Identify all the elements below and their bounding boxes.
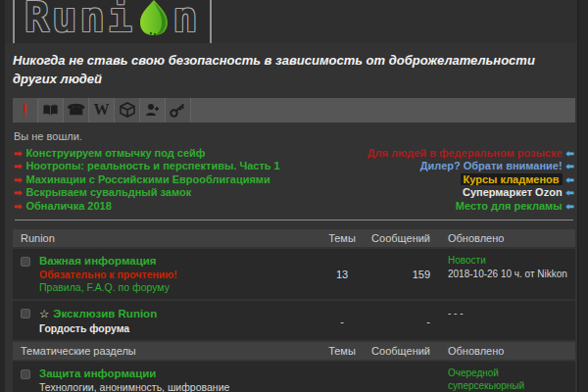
add-user-icon[interactable] — [140, 98, 166, 122]
forum-board: Runion Темы Сообщений Обновлено Важная и… — [13, 229, 575, 392]
right-arrow-icon: ➡ — [14, 201, 22, 212]
key-icon[interactable] — [166, 98, 191, 122]
announcement-links: ➡Конструируем отмычку под сейф ➡Ноотропы… — [14, 147, 574, 214]
forum-link-label: Эксклюзив Runion — [53, 308, 157, 319]
left-arrow-icon: ⬅ — [566, 148, 574, 159]
ad-links-column: Для людей в федеральном розыске⬅ Дилер? … — [368, 147, 574, 214]
toolbar-spacer — [191, 98, 575, 122]
list-item: Место для рекламы⬅ — [368, 200, 574, 214]
left-arrow-icon: ⬅ — [566, 161, 574, 172]
list-item: ➡Махинации с Российскими Еврооблигациями — [14, 173, 280, 187]
phone-icon[interactable]: ☎ — [64, 98, 89, 122]
recent-topics-column: ➡Конструируем отмычку под сейф ➡Ноотропы… — [14, 147, 280, 214]
cube-icon[interactable] — [115, 98, 140, 122]
book-icon[interactable] — [38, 98, 64, 122]
column-header-topics: Темы — [318, 345, 366, 357]
right-arrow-icon: ➡ — [14, 187, 22, 198]
forum-row-info-security: Защита информации Технологии, анонимност… — [13, 362, 575, 392]
ad-link[interactable]: Для людей в федеральном розыске — [368, 147, 563, 159]
site-logo[interactable]: Runi n — [13, 0, 212, 43]
list-item: Для людей в федеральном розыске⬅ — [368, 147, 574, 161]
left-arrow-icon: ⬅ — [566, 174, 574, 185]
onion-icon — [137, 0, 171, 41]
column-header-topics: Темы — [318, 232, 366, 244]
left-arrow-icon: ⬅ — [566, 187, 574, 198]
page-right-edge[interactable] — [577, 0, 588, 392]
last-post-link[interactable]: Очередной суперсекьюрный мессенджер SkyE… — [448, 368, 567, 392]
right-arrow-icon: ➡ — [14, 148, 22, 159]
page-left-edge — [0, 0, 5, 392]
section-header-thematic: Тематические разделы Темы Сообщений Обно… — [13, 342, 575, 360]
forum-status-icon — [21, 369, 30, 379]
last-post-link[interactable]: Новости — [448, 255, 567, 268]
list-item: ➡Конструируем отмычку под сейф — [14, 147, 280, 161]
section-header-runion: Runion Темы Сообщений Обновлено — [13, 229, 575, 247]
list-item: ➡Ноотропы: реальность и перспективы. Час… — [14, 160, 280, 173]
topics-count: - — [318, 316, 366, 327]
wikipedia-icon[interactable]: W — [89, 98, 115, 122]
recent-topic-link[interactable]: Ноотропы: реальность и перспективы. Част… — [25, 160, 279, 172]
right-arrow-icon: ➡ — [14, 174, 22, 185]
list-item: Дилер? Обрати внимание!⬅ — [368, 160, 574, 173]
section-title: Runion — [21, 232, 318, 244]
list-item: Курсы кладменов⬅ — [368, 173, 574, 187]
section-title: Тематические разделы — [21, 345, 318, 357]
left-arrow-icon: ⬅ — [566, 201, 574, 212]
forum-subtitle: Технологии, анонимность, шифрование — [39, 381, 229, 392]
last-post-meta: - - - — [448, 307, 567, 319]
posts-count: - — [366, 316, 436, 327]
forum-row-important-info: Важная информация Обязательно к прочтени… — [13, 249, 575, 299]
forum-link[interactable]: Защита информации — [39, 368, 156, 379]
column-header-posts: Сообщений — [366, 345, 436, 357]
recent-topic-link[interactable]: Махинации с Российскими Еврооблигациями — [25, 173, 270, 185]
recent-topic-link[interactable]: Конструируем отмычку под сейф — [25, 147, 205, 159]
column-header-posts: Сообщений — [366, 232, 436, 244]
divider — [15, 220, 573, 220]
alert-icon[interactable]: ! — [13, 98, 38, 122]
header: Runi n — [0, 0, 588, 43]
forum-link[interactable]: Важная информация — [39, 255, 157, 267]
list-item: Супермаркет Ozon⬅ — [368, 186, 574, 200]
list-item: ➡Обналичка 2018 — [14, 200, 280, 214]
ad-link[interactable]: Место для рекламы — [456, 200, 563, 212]
posts-count: 159 — [366, 269, 436, 280]
forum-status-icon — [21, 309, 30, 318]
list-item: ➡Вскрываем сувальдный замок — [14, 186, 280, 200]
forum-link[interactable]: ☆Эксклюзив Runion — [39, 307, 157, 320]
column-header-updated: Обновлено — [436, 232, 567, 244]
forum-status-icon — [21, 257, 30, 267]
recent-topic-link[interactable]: Обналичка 2018 — [25, 200, 111, 212]
logo-text-left: Runi — [24, 0, 135, 41]
column-header-updated: Обновлено — [436, 345, 567, 357]
forum-row-exclusive: ☆Эксклюзив Runion Гордость форума - - - … — [13, 301, 575, 340]
forum-subtitle: Обязательно к прочтению! — [39, 269, 177, 281]
logo-text-right: n — [172, 0, 200, 41]
right-arrow-icon: ➡ — [14, 161, 22, 172]
ad-link[interactable]: Дилер? Обрати внимание! — [420, 160, 563, 172]
ad-link[interactable]: Супермаркет Ozon — [463, 186, 563, 198]
recent-topic-link[interactable]: Вскрываем сувальдный замок — [25, 186, 191, 198]
login-status: Вы не вошли. — [14, 130, 574, 142]
ad-link[interactable]: Курсы кладменов — [461, 173, 563, 185]
star-icon: ☆ — [39, 308, 49, 319]
forum-subtitle: Гордость форума — [39, 322, 157, 335]
last-post-meta: 2018-10-26 10 ч. от Nikkon — [448, 268, 567, 280]
topics-count: 13 — [318, 269, 366, 280]
site-motto: Никогда не ставь свою безопасность в зав… — [0, 43, 573, 91]
forum-sublinks[interactable]: Правила, F.A.Q. по форуму — [39, 281, 170, 293]
icon-toolbar: ! ☎ W — [13, 98, 575, 122]
